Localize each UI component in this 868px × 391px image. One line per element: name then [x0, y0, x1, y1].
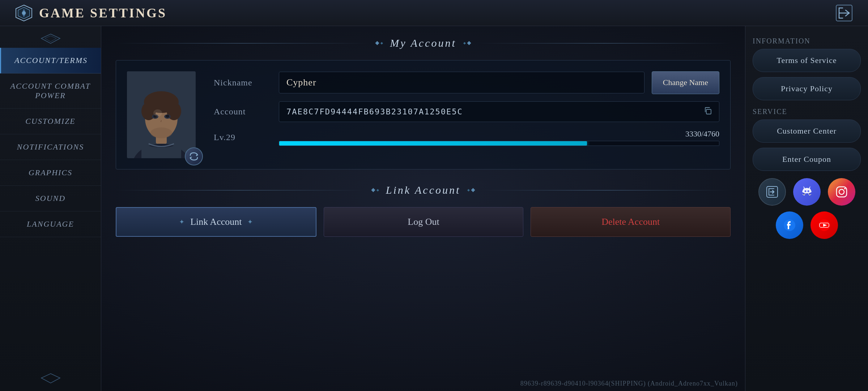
logout-button[interactable]: Log Out	[324, 207, 524, 237]
link-account-section: Link Account Link Account Log Out Delete…	[116, 184, 731, 237]
share-button[interactable]	[758, 178, 786, 206]
title-line-right	[478, 43, 731, 43]
copy-icon[interactable]	[704, 107, 712, 117]
action-buttons: Link Account Log Out Delete Account	[116, 207, 731, 237]
svg-point-25	[839, 189, 844, 194]
facebook-button[interactable]	[776, 211, 803, 239]
svg-point-17	[166, 115, 169, 118]
title-ornament-left	[376, 42, 383, 45]
enter-coupon-button[interactable]: Enter Coupon	[753, 148, 861, 171]
account-info-area: Nickname Cypher Change Name Account 7AE8…	[116, 60, 731, 169]
nickname-value-container: Cypher	[279, 72, 644, 93]
link-account-button[interactable]: Link Account	[116, 207, 316, 237]
link-ornament-right	[468, 189, 475, 192]
header-left: Game Settings	[14, 4, 167, 22]
service-section: Service Customer Center Enter Coupon	[753, 108, 861, 171]
avatar-face-svg	[127, 71, 196, 158]
svg-rect-20	[706, 109, 711, 114]
svg-marker-5	[45, 36, 56, 42]
exit-button[interactable]	[835, 4, 854, 22]
svg-marker-4	[41, 34, 60, 43]
link-title-line-right	[482, 190, 731, 190]
account-id-value: 7AE8C7FD94444FB693B23107A1250E5C	[286, 107, 463, 116]
customer-center-button[interactable]: Customer Center	[753, 119, 861, 143]
account-label: Account	[214, 107, 272, 117]
social-row-bottom	[753, 211, 861, 239]
level-bar-background	[279, 141, 719, 146]
svg-point-18	[150, 127, 172, 138]
svg-marker-6	[41, 374, 60, 383]
privacy-policy-button[interactable]: Privacy Policy	[753, 77, 861, 100]
account-id-container: 7AE8C7FD94444FB693B23107A1250E5C	[279, 101, 719, 122]
exit-icon	[835, 4, 853, 22]
information-section: Information Terms of Service Privacy Pol…	[753, 37, 861, 100]
level-xp-text: 3330/4760	[279, 129, 719, 139]
title-line-left	[116, 43, 369, 43]
sidebar-ornament-bottom	[40, 373, 61, 384]
sidebar-item-language[interactable]: Language	[0, 211, 101, 237]
header-title: Game Settings	[39, 5, 167, 21]
level-label: Lv.29	[214, 133, 272, 142]
sidebar-item-notifications[interactable]: Notifications	[0, 134, 101, 160]
link-account-section-title: Link Account	[116, 184, 731, 196]
link-title-line-left	[116, 190, 365, 190]
svg-point-26	[844, 188, 846, 189]
link-account-title: Link Account	[386, 184, 461, 196]
avatar	[127, 71, 196, 158]
sidebar-item-customize[interactable]: Customize	[0, 109, 101, 134]
nickname-row: Nickname Cypher Change Name	[214, 71, 719, 94]
my-account-title: My Account	[390, 37, 456, 49]
game-logo-icon	[14, 4, 33, 22]
svg-point-19	[153, 109, 162, 117]
sidebar-ornament-top	[40, 33, 61, 44]
level-row: Lv.29 3330/4760	[214, 129, 719, 146]
delete-account-button[interactable]: Delete Account	[531, 207, 731, 237]
social-row-top	[753, 178, 861, 206]
link-ornament-left	[372, 189, 379, 192]
level-bar-fill	[279, 141, 587, 146]
service-label: Service	[753, 108, 861, 116]
social-section	[753, 178, 861, 239]
svg-point-2	[22, 11, 26, 15]
avatar-container	[127, 71, 199, 158]
sidebar-item-combat-power[interactable]: Account Combat Power	[0, 73, 101, 109]
right-panel: Information Terms of Service Privacy Pol…	[745, 26, 868, 391]
information-label: Information	[753, 37, 861, 45]
footer-build-info: 89639-r89639-d90410-l90364(SHIPPING) (An…	[520, 380, 738, 387]
sidebar-item-graphics[interactable]: Graphics	[0, 160, 101, 186]
change-name-button[interactable]: Change Name	[652, 71, 719, 94]
youtube-button[interactable]	[810, 211, 838, 239]
title-ornament-right	[464, 42, 471, 45]
nickname-value: Cypher	[286, 77, 316, 88]
avatar-switch-button[interactable]	[185, 147, 203, 165]
my-account-section-title: My Account	[116, 37, 731, 49]
account-fields: Nickname Cypher Change Name Account 7AE8…	[214, 71, 719, 146]
discord-button[interactable]	[793, 178, 821, 206]
sidebar-item-sound[interactable]: Sound	[0, 186, 101, 211]
svg-point-22	[804, 190, 806, 192]
main-content: My Account	[101, 26, 745, 391]
sidebar: Account/Terms Account Combat Power Custo…	[0, 26, 101, 391]
instagram-button[interactable]	[828, 178, 855, 206]
level-bar-container: 3330/4760	[279, 129, 719, 146]
nickname-label: Nickname	[214, 78, 272, 88]
header: Game Settings	[0, 0, 868, 26]
svg-point-23	[807, 190, 809, 192]
account-row: Account 7AE8C7FD94444FB693B23107A1250E5C	[214, 101, 719, 122]
sidebar-item-account-terms[interactable]: Account/Terms	[0, 48, 101, 73]
terms-of-service-button[interactable]: Terms of Service	[753, 49, 861, 72]
